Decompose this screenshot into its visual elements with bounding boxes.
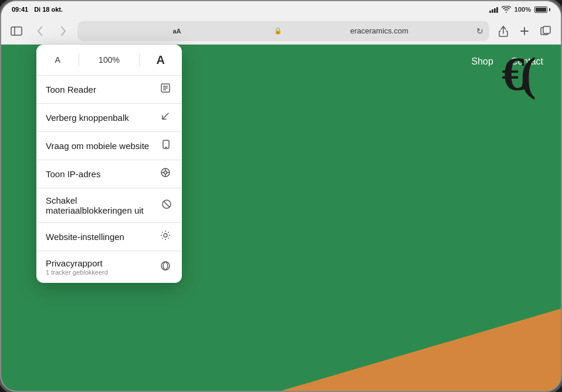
lock-icon: 🔒 [274,27,282,35]
wifi-icon [502,6,511,13]
svg-rect-6 [543,26,550,33]
privacy-text-group: Privacyrapport 1 tracker geblokkeerd [46,258,108,276]
menu-item-website-instellingen[interactable]: Website-instellingen [36,223,182,251]
menu-section-reader: Toon Reader [36,76,182,104]
menu-section-privacy: Privacyrapport 1 tracker geblokkeerd [36,251,182,283]
toolbar-right [494,22,555,40]
menu-section-settings: Website-instellingen [36,223,182,251]
font-size-label: aA [83,21,270,42]
ip-address-icon [158,167,172,181]
svg-point-23 [161,262,170,270]
status-right: 100% [489,6,550,13]
menu-item-privacyrapport[interactable]: Privacyrapport 1 tracker geblokkeerd [36,251,182,283]
hide-toolbar-icon [158,111,172,124]
address-bar[interactable]: aA 🔒 eraceramics.com ↻ [77,21,489,41]
website-logo: €( [502,50,531,97]
svg-line-21 [164,201,170,207]
website-shape [281,309,561,391]
svg-point-22 [164,234,167,237]
svg-line-11 [162,113,168,119]
signal-bars [489,6,498,13]
font-percent-display: 100% [79,55,138,65]
menu-item-toon-reader[interactable]: Toon Reader [36,76,182,103]
svg-rect-0 [11,27,22,35]
settings-icon [158,230,172,244]
menu-item-verberg-knoppenbalk[interactable]: Verberg knoppenbalk [36,104,182,131]
nav-item-shop[interactable]: Shop [471,56,493,67]
tabs-button[interactable] [536,22,555,40]
sidebar-toggle-button[interactable] [7,22,26,40]
menu-item-blokkeringen[interactable]: Schakel materiaalblokkeringen uit [36,188,182,222]
menu-section-toolbar: Verberg knoppenbalk [36,104,182,132]
privacy-icon [158,261,172,274]
menu-item-mobiele-website[interactable]: Vraag om mobiele website [36,132,182,160]
ipad-frame: 09:41 Di 18 okt. 100% [0,0,562,392]
reader-icon [158,83,172,96]
svg-point-15 [164,171,167,174]
menu-section-mobile: Vraag om mobiele website [36,132,182,160]
browser-toolbar: aA 🔒 eraceramics.com ↻ [1,18,561,45]
font-controls: A 100% A [36,45,182,76]
url-text: eraceramics.com [286,26,473,35]
block-icon [160,199,172,212]
share-button[interactable] [494,22,513,40]
menu-item-toon-ip[interactable]: Toon IP-adres [36,160,182,188]
reload-button[interactable]: ↻ [476,26,483,36]
menu-section-ip: Toon IP-adres [36,160,182,188]
back-button[interactable] [31,22,49,40]
new-tab-button[interactable] [515,22,534,40]
forward-button[interactable] [54,22,73,40]
mobile-site-icon [158,139,172,153]
status-bar: 09:41 Di 18 okt. 100% [1,1,561,18]
battery-percent: 100% [514,6,531,13]
date: Di 18 okt. [34,6,63,13]
status-left: 09:41 Di 18 okt. [12,6,63,13]
font-increase-button[interactable]: A [140,49,182,70]
dropdown-menu: A 100% A Toon Reader [36,45,182,283]
menu-section-block: Schakel materiaalblokkeringen uit [36,188,182,223]
battery-icon [534,6,550,13]
time: 09:41 [12,6,28,13]
font-decrease-button[interactable]: A [36,49,79,70]
